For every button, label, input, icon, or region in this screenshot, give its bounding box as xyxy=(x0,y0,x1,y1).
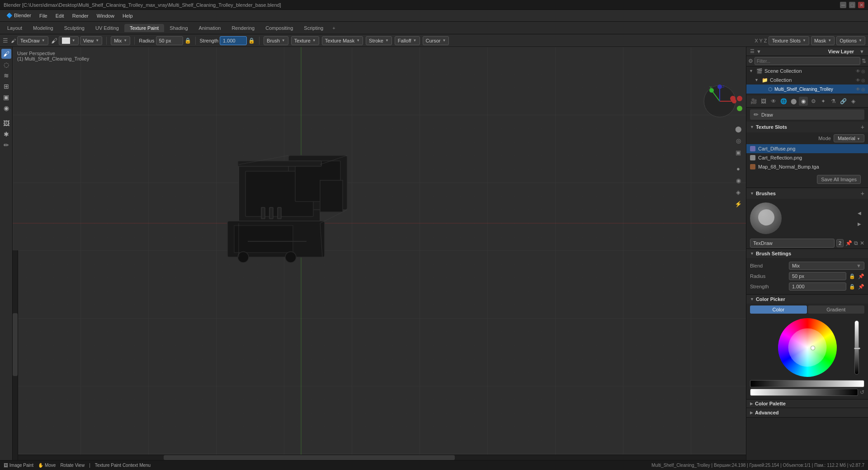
collection-eye-icon[interactable]: 👁 xyxy=(856,78,860,83)
brushes-header[interactable]: ▼ Brushes + xyxy=(746,188,868,199)
status-rotate[interactable]: Rotate View xyxy=(60,463,85,468)
radius-input[interactable]: 50 px xyxy=(156,36,183,45)
viewport-eevee-icon[interactable]: ⚡ xyxy=(733,199,743,209)
stroke-dropdown[interactable]: Stroke ▼ xyxy=(366,36,392,45)
tool-image[interactable]: 🖼 xyxy=(1,118,11,128)
texture-slot-3[interactable]: Map_68_Normal_Bump.tga xyxy=(746,162,868,171)
save-all-images-button[interactable]: Save All Images xyxy=(817,175,861,184)
strength-lock-btn[interactable]: 🔒 xyxy=(849,284,855,290)
color-tab-color[interactable]: Color xyxy=(750,306,807,314)
tab-modeling[interactable]: Modeling xyxy=(28,24,59,32)
menu-edit[interactable]: Edit xyxy=(52,12,68,19)
viewport[interactable]: User Perspective (1) Multi_Shelf_Cleanin… xyxy=(13,47,746,460)
viewport-shading-icon[interactable]: ⬤ xyxy=(733,124,743,134)
draw-mode-button[interactable]: ✏ Draw xyxy=(750,109,864,120)
modifier-props-icon[interactable]: ⚙ xyxy=(809,97,818,106)
scene-eye-icon[interactable]: 👁 xyxy=(856,69,860,74)
brush-settings-header[interactable]: ▼ Brush Settings xyxy=(746,249,868,258)
object-eye-icon[interactable]: 👁 xyxy=(856,87,860,92)
tab-compositing[interactable]: Compositing xyxy=(260,24,298,32)
mode-dropdown[interactable]: TexDraw ▼ xyxy=(17,36,48,45)
viewport-xray-icon[interactable]: ▣ xyxy=(733,147,743,157)
brush-next-icon[interactable]: ▶ xyxy=(854,219,864,229)
radius-lock-btn[interactable]: 🔒 xyxy=(849,273,855,279)
brush-pin-icon[interactable]: 📌 xyxy=(845,240,852,246)
view-dropdown[interactable]: View ▼ xyxy=(80,36,103,45)
menu-help[interactable]: Help xyxy=(119,12,137,19)
add-workspace-button[interactable]: + xyxy=(329,24,339,32)
strength-pin-btn[interactable]: 📌 xyxy=(858,284,864,290)
brush-dropdown[interactable]: Brush ▼ xyxy=(264,36,288,45)
viewport-rendered-icon[interactable]: ◈ xyxy=(733,187,743,197)
tab-animation[interactable]: Animation xyxy=(193,24,226,32)
minimize-button[interactable]: ─ xyxy=(840,2,846,8)
menu-render[interactable]: Render xyxy=(69,12,92,19)
viewport-material-icon[interactable]: ◉ xyxy=(733,175,743,185)
object-item[interactable]: ⬡ Multi_Shelf_Cleaning_Trolley 👁 ◎ xyxy=(746,85,868,94)
render-props-icon[interactable]: 🎥 xyxy=(749,97,758,106)
radius-pin-btn[interactable]: 📌 xyxy=(858,273,864,279)
tex-slots-add-button[interactable]: + xyxy=(861,123,864,131)
output-props-icon[interactable]: 🖼 xyxy=(759,97,768,106)
brush-paint-dropdown[interactable]: ▼ xyxy=(59,36,79,45)
viewport-solid-icon[interactable]: ● xyxy=(733,164,743,174)
tab-texture-paint[interactable]: Texture Paint xyxy=(124,24,164,32)
outliner-sort-icon[interactable]: ⇅ xyxy=(862,58,866,64)
texture-slots-header[interactable]: ▼ Texture Slots + xyxy=(746,122,868,132)
tool-draw[interactable]: 🖌 xyxy=(1,49,11,59)
texture-dropdown[interactable]: Texture ▼ xyxy=(291,36,319,45)
collection-item[interactable]: ▼ 📁 Collection 👁 ◎ xyxy=(746,75,868,85)
texture-slot-1[interactable]: Cart_Diffuse.png xyxy=(746,144,868,153)
tab-scripting[interactable]: Scripting xyxy=(298,24,329,32)
radius-lock-icon[interactable]: 🔒 xyxy=(184,38,191,44)
scene-collection-item[interactable]: ▼ 🎬 Scene Collection 👁 ◎ xyxy=(746,66,868,75)
filter-icon[interactable]: ▼ xyxy=(756,49,761,54)
maximize-button[interactable]: □ xyxy=(849,2,855,8)
constraints-props-icon[interactable]: 🔗 xyxy=(839,97,848,106)
object-props-icon[interactable]: ◉ xyxy=(799,97,808,106)
material-props-icon[interactable]: ◈ xyxy=(849,97,858,106)
world-props-icon[interactable]: ⬤ xyxy=(789,97,798,106)
tool-transform[interactable]: ✱ xyxy=(1,129,11,139)
texture-slot-2[interactable]: Cart_Reflection.png xyxy=(746,153,868,162)
mask-dropdown[interactable]: Mask ▼ xyxy=(811,36,835,45)
texture-mask-dropdown[interactable]: Texture Mask ▼ xyxy=(322,36,363,45)
hamburger-icon[interactable]: ☰ xyxy=(3,37,8,44)
color-wheel[interactable] xyxy=(778,318,837,377)
viewport-overlay-icon[interactable]: ◎ xyxy=(733,136,743,146)
scene-select-icon[interactable]: ◎ xyxy=(861,69,865,74)
collection-select-icon[interactable]: ◎ xyxy=(861,78,865,83)
particles-props-icon[interactable]: ✦ xyxy=(819,97,828,106)
lightness-bar[interactable] xyxy=(854,320,859,375)
status-image-paint[interactable]: 🖼 Image Paint xyxy=(4,463,33,468)
tab-shading[interactable]: Shading xyxy=(164,24,193,32)
strength-lock-icon[interactable]: 🔒 xyxy=(248,38,255,44)
color-tab-gradient[interactable]: Gradient xyxy=(808,306,865,314)
brushes-add-button[interactable]: + xyxy=(861,190,864,197)
menu-window[interactable]: Window xyxy=(93,12,118,19)
close-button[interactable]: ✕ xyxy=(858,2,864,8)
color-bar-black[interactable] xyxy=(750,389,858,396)
tool-soften[interactable]: ◌ xyxy=(1,60,11,70)
strength-prop-value[interactable]: 1.000 xyxy=(789,282,846,291)
menu-file[interactable]: File xyxy=(36,12,51,19)
radius-prop-value[interactable]: 50 px xyxy=(789,272,846,280)
left-scroll-thumb[interactable] xyxy=(13,313,18,376)
blend-dropdown[interactable]: Mix ▼ xyxy=(111,36,130,45)
tool-fill[interactable]: ▣ xyxy=(1,92,11,102)
status-context-menu[interactable]: Texture Paint Context Menu xyxy=(95,463,151,468)
viewport-gizmo[interactable]: X Y Z xyxy=(702,83,738,119)
options-dropdown[interactable]: Options ▼ xyxy=(836,36,865,45)
tex-slots-mode-dropdown[interactable]: Material ▼ xyxy=(834,134,864,142)
view-layer-dropdown[interactable]: ▼ xyxy=(859,49,864,54)
tool-smear[interactable]: ≋ xyxy=(1,70,11,80)
tab-layout[interactable]: Layout xyxy=(2,24,28,32)
advanced-header[interactable]: ▶ Advanced xyxy=(746,408,868,417)
cursor-dropdown[interactable]: Cursor ▼ xyxy=(423,36,449,45)
tool-clone[interactable]: ⊞ xyxy=(1,81,11,91)
tab-sculpting[interactable]: Sculpting xyxy=(59,24,90,32)
brush-copy-icon[interactable]: ⧉ xyxy=(854,240,858,246)
color-palette-header[interactable]: ▶ Color Palette xyxy=(746,400,868,408)
tab-uv-editing[interactable]: UV Editing xyxy=(90,24,124,32)
brush-name-input[interactable]: TexDraw xyxy=(750,239,835,248)
